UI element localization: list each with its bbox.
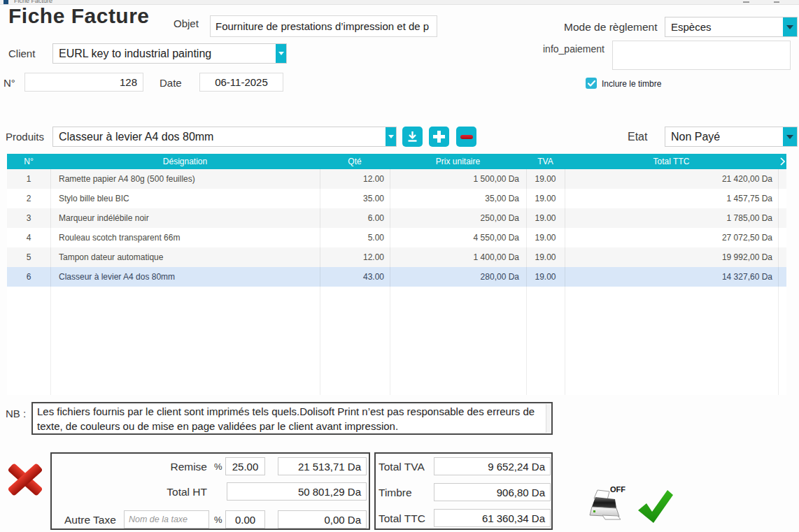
info-paiement-textarea[interactable] <box>612 41 791 70</box>
nb-textarea[interactable]: Les fichiers fournis par le client sont … <box>31 402 553 435</box>
column-divider <box>526 169 527 395</box>
table-row[interactable]: 2 Stylo bille bleu BIC 35.00 35,00 Da 19… <box>7 189 786 208</box>
cell-designation: Marqueur indélébile noir <box>50 208 320 228</box>
column-divider <box>565 169 565 395</box>
table-row[interactable]: 1 Ramette papier A4 80g (500 feuilles) 1… <box>7 169 786 189</box>
cell-prix: 35,00 Da <box>390 189 526 208</box>
add-line-button[interactable] <box>429 127 449 147</box>
produits-dropdown[interactable]: Classeur à levier A4 dos 80mm <box>52 127 397 147</box>
etat-dropdown-button[interactable] <box>783 127 797 146</box>
autre-taxe-name-input[interactable]: Nom de la taxe <box>124 510 209 529</box>
numero-input[interactable]: 128 <box>24 73 143 92</box>
produits-value: Classeur à levier A4 dos 80mm <box>53 127 386 146</box>
remove-line-button[interactable] <box>456 127 476 147</box>
cell-prix: 1 400,00 Da <box>390 247 526 267</box>
client-value: EURL key to industrial painting <box>53 44 276 63</box>
objet-input[interactable]: Fourniture de prestations d’impression e… <box>210 15 437 37</box>
table-row-selected[interactable]: 6 Classeur à levier A4 dos 80mm 43.00 28… <box>7 267 786 287</box>
inclure-timbre-checkbox[interactable] <box>586 78 597 89</box>
cell-tva: 19.00 <box>526 189 565 208</box>
mode-reglement-value: Espèces <box>665 17 783 36</box>
column-divider <box>50 169 51 395</box>
total-ttc-field: 61 360,34 Da <box>434 509 551 527</box>
discount-box: Remise % 25.00 21 513,71 Da Total HT 50 … <box>50 452 370 530</box>
chevron-down-icon <box>278 52 284 55</box>
products-table: N° Désignation Qté Prix unitaire TVA Tot… <box>7 154 786 395</box>
inclure-timbre-label: Inclure le timbre <box>602 79 661 89</box>
table-scroll-right-icon[interactable] <box>778 154 786 169</box>
cell-total: 19 992,00 Da <box>565 247 778 267</box>
client-label: Client <box>8 48 35 59</box>
cell-designation: Ramette papier A4 80g (500 feuilles) <box>50 169 320 189</box>
cell-tva: 19.00 <box>526 208 565 228</box>
autre-taxe-label: Autre Taxe <box>64 514 116 526</box>
table-row[interactable]: 5 Tampon dateur automatique 12.00 1 400,… <box>7 247 786 267</box>
column-divider <box>320 169 320 395</box>
produits-dropdown-button[interactable] <box>386 127 396 146</box>
page-title: Fiche Facture <box>8 4 150 28</box>
produits-label: Produits <box>6 131 44 143</box>
timbre-label: Timbre <box>379 487 412 499</box>
cell-prix: 1 500,00 Da <box>390 169 526 189</box>
date-input[interactable]: 06-11-2025 <box>199 73 283 92</box>
column-divider <box>390 169 390 395</box>
etat-dropdown[interactable]: Non Payé <box>665 127 798 147</box>
numero-label: N° <box>3 77 15 89</box>
total-tva-label: Total TVA <box>379 461 425 473</box>
cell-qte: 35.00 <box>320 189 390 208</box>
cell-prix: 4 550,00 Da <box>390 228 526 247</box>
plus-icon <box>432 130 446 143</box>
cell-n: 1 <box>7 169 50 189</box>
col-header-total: Total TTC <box>565 154 778 169</box>
date-label: Date <box>160 77 182 89</box>
total-ht-label: Total HT <box>130 486 207 498</box>
chevron-down-icon <box>786 135 793 139</box>
app-icon <box>3 0 8 4</box>
check-icon <box>588 80 595 87</box>
nb-scrollbar[interactable] <box>546 404 551 433</box>
insert-product-button[interactable] <box>402 127 423 147</box>
objet-label: Objet <box>174 17 199 29</box>
remise-label: Remise <box>130 461 207 473</box>
cell-tva: 19.00 <box>526 247 565 267</box>
remise-amount-field: 21 513,71 Da <box>278 457 367 475</box>
remise-percent-input[interactable]: 25.00 <box>225 457 265 475</box>
maximize-button[interactable] <box>774 1 779 3</box>
table-row[interactable]: 4 Rouleau scotch transparent 66m 5.00 4 … <box>7 228 786 247</box>
nb-label: NB : <box>6 408 26 419</box>
client-dropdown[interactable]: EURL key to industrial painting <box>52 43 287 64</box>
cell-total: 1 785,00 Da <box>565 208 778 228</box>
table-body: 1 Ramette papier A4 80g (500 feuilles) 1… <box>7 169 786 395</box>
cell-qte: 43.00 <box>320 267 390 287</box>
mode-reglement-dropdown[interactable]: Espèces <box>665 17 798 37</box>
mode-reglement-dropdown-button[interactable] <box>783 17 797 36</box>
cell-total: 21 420,00 Da <box>565 169 778 189</box>
fiche-facture-window: Fiche Facture Fiche Facture Objet Fourni… <box>0 0 799 532</box>
cell-tva: 19.00 <box>526 267 565 287</box>
printer-state-label: OFF <box>610 485 625 494</box>
minimize-button[interactable] <box>743 1 749 3</box>
cell-total: 14 327,60 Da <box>565 267 778 287</box>
cell-tva: 19.00 <box>526 228 565 247</box>
autre-taxe-percent-input[interactable]: 0.00 <box>225 510 265 529</box>
etat-value: Non Payé <box>665 127 783 146</box>
minus-icon <box>460 135 473 139</box>
totals-box: Total TVA 9 652,24 Da Timbre 906,80 Da T… <box>374 452 553 530</box>
cell-prix: 280,00 Da <box>390 267 526 287</box>
client-dropdown-button[interactable] <box>276 44 286 63</box>
validate-icon[interactable] <box>635 487 674 526</box>
download-arrow-icon <box>406 131 418 143</box>
chevron-down-icon <box>786 25 793 29</box>
chevron-down-icon <box>388 135 394 138</box>
cell-n: 4 <box>7 228 50 247</box>
cell-designation: Classeur à levier A4 dos 80mm <box>50 267 320 287</box>
cancel-icon[interactable] <box>8 461 42 498</box>
col-header-prix: Prix unitaire <box>390 154 526 169</box>
col-header-designation: Désignation <box>50 154 320 169</box>
column-divider <box>778 169 779 395</box>
cell-total: 1 457,75 Da <box>565 189 778 208</box>
cell-prix: 250,00 Da <box>390 208 526 228</box>
cell-total: 27 072,50 Da <box>565 228 778 247</box>
table-row[interactable]: 3 Marqueur indélébile noir 6.00 250,00 D… <box>7 208 786 228</box>
total-tva-field: 9 652,24 Da <box>434 457 551 475</box>
